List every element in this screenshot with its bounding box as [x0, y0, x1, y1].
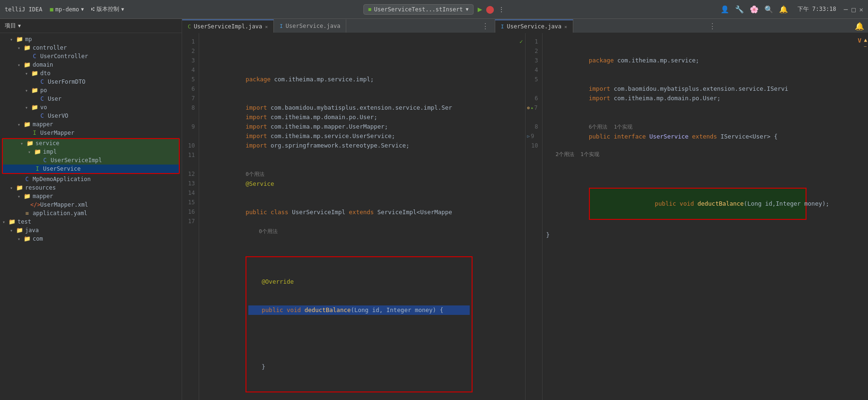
- tree-label: domain: [31, 61, 53, 68]
- tab-notification[interactable]: 🔔: [851, 19, 868, 33]
- sidebar: 项目 ▼ ▾ 📁 mp ▾ 📁 controller: [0, 19, 182, 400]
- right-gutter-indicators: ▲ —: [864, 37, 867, 49]
- tree-label: mp: [24, 36, 32, 43]
- tree-arrow: ▾: [23, 105, 30, 110]
- tree-item-domain[interactable]: ▾ 📁 domain: [0, 61, 182, 69]
- title-bar-left: telliJ IDEA ■ mp-demo ▼ ⑆ 版本控制 ▼: [5, 5, 124, 13]
- tree-item-application-yaml[interactable]: ≡ application.yaml: [0, 209, 182, 217]
- close-button[interactable]: ✕: [859, 6, 863, 13]
- java-interface-icon: I: [30, 130, 39, 136]
- sidebar-title: 项目: [5, 22, 16, 30]
- tree-label: resources: [24, 184, 56, 191]
- run-button[interactable]: ▶: [478, 5, 482, 14]
- settings-icon[interactable]: 🔧: [735, 5, 744, 14]
- notifications-icon[interactable]: 🔔: [779, 5, 788, 14]
- tree-item-java[interactable]: ▾ 📁 java: [0, 226, 182, 235]
- tree-label: UserVO: [46, 113, 68, 119]
- project-dropdown-icon[interactable]: ▼: [81, 7, 84, 12]
- editor-content-right[interactable]: ▲2 ↑ ↓ 1 2 3 4 5 6 ⚙ ★ 7: [526, 33, 868, 400]
- tree-item-usermapper-xml[interactable]: </> UserMapper.xml: [0, 200, 182, 209]
- run-config-label: UserServiceTest...stInsert: [374, 6, 463, 13]
- xml-icon: </>: [30, 201, 39, 208]
- tree-item-mapper-res[interactable]: ▾ 📁 mapper: [0, 192, 182, 200]
- tree-item-usermapper[interactable]: I UserMapper: [0, 129, 182, 137]
- tree-item-po[interactable]: ▾ 📁 po: [0, 86, 182, 95]
- tree-item-com[interactable]: ▾ 📁 com: [0, 235, 182, 243]
- java-icon: C: [41, 157, 49, 164]
- tab-userservice-right[interactable]: I UserService.java ✕: [495, 19, 573, 33]
- tree-arrow: ▾: [15, 236, 23, 242]
- tree-item-dto[interactable]: ▾ 📁 dto: [0, 69, 182, 78]
- tree-item-mpdemoapplication[interactable]: C MpDemoApplication: [0, 175, 182, 183]
- tree-item-vo[interactable]: ▾ 📁 vo: [0, 103, 182, 112]
- tab-close-service-right[interactable]: ✕: [564, 24, 567, 29]
- tab-more-left[interactable]: ⋮: [478, 19, 493, 33]
- minimize-button[interactable]: ─: [844, 6, 848, 13]
- tree-item-mp[interactable]: ▾ 📁 mp: [0, 35, 182, 43]
- sidebar-dropdown-icon[interactable]: ▼: [18, 23, 21, 28]
- tree-item-uservo[interactable]: C UserVO: [0, 112, 182, 120]
- run-config-dropdown-icon[interactable]: ▼: [466, 7, 469, 12]
- java-icon: C: [38, 96, 46, 102]
- tree-arrow: ▾: [23, 88, 30, 93]
- run-config-selector[interactable]: ■ UserServiceTest...stInsert ▼: [363, 4, 474, 15]
- more-run-options[interactable]: ⋮: [498, 6, 505, 13]
- java-icon: C: [38, 113, 46, 119]
- tree-arrow: ▾: [26, 149, 33, 155]
- service-red-border: ▾ 📁 service ▾ 📁 impl: [2, 138, 180, 174]
- java-icon: C: [38, 78, 46, 85]
- tree-item-mapper[interactable]: ▾ 📁 mapper: [0, 120, 182, 129]
- tree-item-userformdto[interactable]: C UserFormDTO: [0, 78, 182, 86]
- tree-label: com: [31, 235, 43, 242]
- tree-label: UserController: [39, 53, 88, 60]
- window-controls: ─ □ ✕: [844, 6, 863, 13]
- folder-icon: 📁: [23, 235, 31, 242]
- tab-userserviceimpl[interactable]: C UserServiceImpl.java ✕: [182, 19, 274, 33]
- editor-pane-left: 1 2 3 4 5 6 7 8 9 10 11 12: [182, 33, 526, 400]
- tree-arrow: ▾: [23, 71, 30, 76]
- tree-item-test[interactable]: ▾ 📁 test: [0, 217, 182, 226]
- override-mark: V: [858, 37, 861, 44]
- tree-item-service[interactable]: ▾ 📁 service: [3, 139, 179, 148]
- user-icon[interactable]: 👤: [720, 5, 729, 14]
- tree-item-usercontroller[interactable]: C UserController: [0, 52, 182, 61]
- code-content-right[interactable]: package com.itheima.mp.service; import c…: [543, 33, 868, 400]
- app-title: telliJ IDEA: [5, 6, 42, 13]
- tab-icon-service-left: I: [280, 23, 283, 29]
- tab-bar: C UserServiceImpl.java ✕ I UserService.j…: [182, 19, 868, 33]
- tab-close-impl[interactable]: ✕: [265, 24, 268, 29]
- tree-item-impl[interactable]: ▾ 📁 impl: [3, 148, 179, 156]
- tab-userservice-left[interactable]: I UserService.java: [274, 19, 346, 33]
- vcs-selector[interactable]: ⑆ 版本控制 ▼: [91, 5, 124, 13]
- tree-arrow: ▾: [15, 62, 23, 68]
- code-content-left[interactable]: ✓ package com.itheima.mp.service.impl; i…: [199, 33, 525, 400]
- red-border-code-block: @Override public void deductBalance(Long…: [245, 256, 473, 392]
- maximize-button[interactable]: □: [851, 6, 855, 13]
- folder-icon: 📁: [30, 87, 39, 94]
- tree-item-controller[interactable]: ▾ 📁 controller: [0, 43, 182, 52]
- tab-more-right[interactable]: ⋮: [705, 19, 720, 33]
- vcs-dropdown-icon[interactable]: ▼: [121, 7, 124, 12]
- red-border-interface-line: public void deductBalance(Long id,Intege…: [589, 188, 807, 220]
- project-selector[interactable]: ■ mp-demo ▼: [50, 6, 84, 13]
- tree-item-userservice[interactable]: I UserService: [3, 165, 179, 173]
- debug-button[interactable]: ⬤: [486, 5, 494, 14]
- editor-content-left[interactable]: 1 2 3 4 5 6 7 8 9 10 11 12: [182, 33, 525, 400]
- plugins-icon[interactable]: 🌸: [750, 5, 759, 14]
- tab-icon-service-right: I: [501, 24, 504, 30]
- tree-item-userserviceimpl[interactable]: C UserServiceImpl: [3, 156, 179, 165]
- tree-label: mapper: [31, 121, 53, 128]
- tab-label-impl: UserServiceImpl.java: [194, 23, 263, 30]
- tree-item-user[interactable]: C User: [0, 95, 182, 103]
- tree-arrow: ▾: [15, 194, 23, 199]
- tree-label: po: [39, 87, 47, 94]
- search-icon[interactable]: 🔍: [764, 5, 773, 14]
- tree-label: test: [16, 218, 31, 225]
- tree-label: controller: [31, 44, 67, 51]
- tree-label: UserService: [42, 165, 80, 172]
- tree-label: dto: [39, 70, 51, 77]
- folder-icon: 📁: [15, 227, 24, 234]
- tree-item-resources[interactable]: ▾ 📁 resources: [0, 183, 182, 192]
- editors-split: 1 2 3 4 5 6 7 8 9 10 11 12: [182, 33, 868, 400]
- folder-icon: 📁: [15, 184, 24, 191]
